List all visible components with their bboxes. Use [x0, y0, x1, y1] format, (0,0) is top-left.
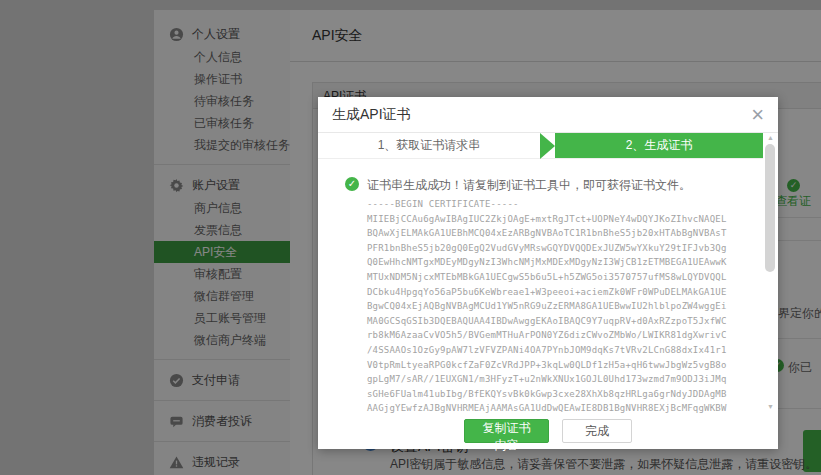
scroll-down-icon[interactable]: ▼	[764, 403, 777, 410]
step-2-label: 2、生成证书	[626, 137, 693, 154]
modal-footer: 复制证书内容 完成	[318, 413, 778, 449]
generate-api-cert-modal: 生成API证书 × 1、获取证书请求串 2、生成证书 ✓ 证书串生成成功！请复制…	[318, 97, 778, 449]
success-check-icon: ✓	[345, 177, 359, 191]
screen: 个人设置 个人信息 操作证书 待审核任务 已审核任务 我提交的审核任务 账户设置…	[0, 0, 821, 475]
success-message: 证书串生成成功！请复制到证书工具中，即可获得证书文件。	[367, 177, 691, 194]
done-button[interactable]: 完成	[562, 419, 632, 443]
modal-title: 生成API证书	[332, 106, 751, 124]
success-message-row: ✓ 证书串生成成功！请复制到证书工具中，即可获得证书文件。	[345, 177, 748, 194]
step-arrow-icon	[540, 133, 555, 159]
modal-scrollbar[interactable]: ▲ ▼	[764, 134, 777, 410]
close-icon[interactable]: ×	[751, 105, 764, 125]
copy-certificate-button[interactable]: 复制证书内容	[464, 419, 549, 443]
scrollbar-thumb[interactable]	[765, 144, 775, 272]
step-1-label: 1、获取证书请求串	[378, 137, 481, 154]
certificate-text: -----BEGIN CERTIFICATE----- MIIEBjCCAu6g…	[367, 197, 748, 413]
step-2-generate-cert: 2、生成证书	[555, 133, 763, 158]
step-1-get-cert-request: 1、获取证书请求串	[318, 133, 540, 158]
modal-body: ✓ 证书串生成成功！请复制到证书工具中，即可获得证书文件。 -----BEGIN…	[318, 159, 778, 413]
modal-header: 生成API证书 ×	[318, 97, 778, 133]
wizard-steps: 1、获取证书请求串 2、生成证书	[318, 133, 763, 159]
scroll-up-icon[interactable]: ▲	[764, 134, 777, 141]
